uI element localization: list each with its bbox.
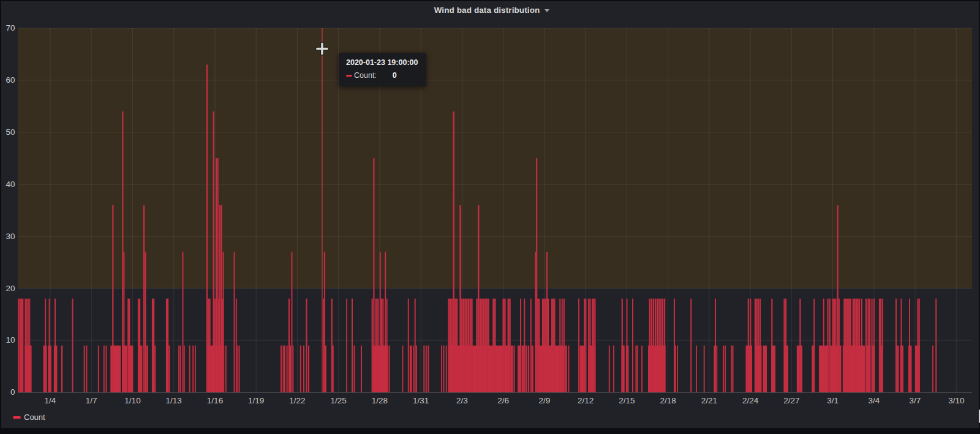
svg-text:0: 0	[10, 387, 15, 397]
svg-text:20: 20	[6, 284, 15, 293]
svg-text:1/16: 1/16	[207, 396, 223, 405]
svg-text:1/10: 1/10	[124, 396, 140, 405]
svg-text:10: 10	[6, 335, 15, 345]
svg-text:2/9: 2/9	[539, 396, 551, 405]
svg-text:2/6: 2/6	[497, 396, 509, 405]
svg-text:2/27: 2/27	[783, 396, 799, 405]
svg-text:3/10: 3/10	[948, 396, 964, 405]
svg-text:2/21: 2/21	[701, 396, 717, 405]
svg-text:1/25: 1/25	[331, 396, 347, 405]
svg-text:40: 40	[6, 180, 15, 189]
svg-text:1/22: 1/22	[289, 396, 305, 405]
svg-text:3/4: 3/4	[868, 396, 880, 405]
svg-text:1/13: 1/13	[166, 396, 182, 405]
svg-text:2/12: 2/12	[578, 396, 594, 405]
svg-text:1/31: 1/31	[413, 396, 429, 405]
svg-text:2/15: 2/15	[619, 396, 635, 405]
svg-text:50: 50	[6, 128, 15, 137]
svg-text:70: 70	[6, 23, 15, 32]
svg-text:3/1: 3/1	[827, 396, 839, 405]
svg-text:1/4: 1/4	[45, 396, 56, 405]
svg-text:3/7: 3/7	[910, 396, 921, 405]
svg-text:30: 30	[6, 232, 15, 241]
svg-text:1/28: 1/28	[372, 396, 388, 405]
svg-text:1/19: 1/19	[248, 396, 264, 405]
svg-text:1/7: 1/7	[86, 396, 97, 405]
svg-text:2/3: 2/3	[456, 396, 468, 405]
svg-text:2/24: 2/24	[742, 396, 759, 405]
svg-text:60: 60	[6, 75, 15, 85]
svg-text:2/18: 2/18	[660, 396, 676, 405]
